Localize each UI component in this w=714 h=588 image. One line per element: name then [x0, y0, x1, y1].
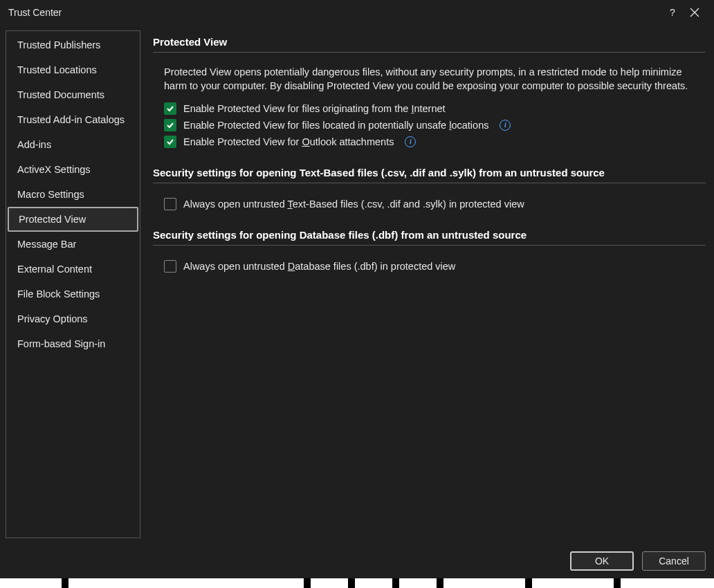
- cancel-button[interactable]: Cancel: [642, 551, 706, 571]
- info-icon[interactable]: i: [500, 120, 511, 131]
- content-panel: Protected View Protected View opens pote…: [153, 30, 708, 538]
- checkbox-row-text-based: Always open untrusted Text-Based files (…: [153, 196, 706, 212]
- window-title: Trust Center: [8, 7, 62, 18]
- checkbox-label-outlook[interactable]: Enable Protected View for Outlook attach…: [183, 136, 394, 147]
- sidebar-item-protected-view[interactable]: Protected View: [8, 207, 138, 232]
- checkbox-label-unsafe-locations[interactable]: Enable Protected View for files located …: [183, 120, 488, 131]
- sidebar-item-macro-settings[interactable]: Macro Settings: [6, 182, 140, 207]
- sidebar-item-trusted-locations[interactable]: Trusted Locations: [6, 57, 140, 82]
- help-button[interactable]: ?: [661, 1, 684, 24]
- sidebar-item-label: Macro Settings: [17, 189, 84, 200]
- titlebar: Trust Center ?: [0, 0, 714, 25]
- footer: OK Cancel: [0, 544, 714, 578]
- checkbox-enable-internet[interactable]: [164, 102, 176, 115]
- sidebar-item-label: File Block Settings: [17, 288, 100, 300]
- sidebar-item-label: Trusted Documents: [17, 89, 104, 100]
- sidebar: Trusted Publishers Trusted Locations Tru…: [6, 30, 140, 538]
- section-title-text-based: Security settings for opening Text-Based…: [153, 167, 706, 178]
- sidebar-item-trusted-addin-catalogs[interactable]: Trusted Add-in Catalogs: [6, 107, 140, 132]
- divider: [153, 183, 706, 183]
- divider: [153, 245, 706, 246]
- close-icon: [690, 8, 699, 17]
- sidebar-item-label: Form-based Sign-in: [17, 338, 105, 349]
- checkbox-row-internet: Enable Protected View for files originat…: [153, 100, 706, 117]
- check-icon: [166, 104, 174, 113]
- checkbox-enable-outlook[interactable]: [164, 136, 176, 148]
- checkbox-text-based[interactable]: [164, 198, 176, 210]
- sidebar-item-external-content[interactable]: External Content: [6, 257, 140, 282]
- sidebar-item-trusted-publishers[interactable]: Trusted Publishers: [6, 33, 140, 57]
- divider: [153, 52, 706, 53]
- checkbox-label-text-based[interactable]: Always open untrusted Text-Based files (…: [183, 199, 524, 210]
- sidebar-item-label: Protected View: [19, 214, 86, 225]
- sidebar-item-form-based-signin[interactable]: Form-based Sign-in: [6, 331, 140, 356]
- sidebar-item-label: Trusted Add-in Catalogs: [17, 114, 125, 125]
- info-icon[interactable]: i: [405, 136, 416, 147]
- checkbox-label-database[interactable]: Always open untrusted Database files (.d…: [183, 261, 455, 272]
- section-title-database: Security settings for opening Database f…: [153, 229, 706, 241]
- sidebar-item-file-block-settings[interactable]: File Block Settings: [6, 282, 140, 306]
- sidebar-item-label: ActiveX Settings: [17, 164, 91, 175]
- background-strip: [0, 578, 714, 588]
- checkbox-database[interactable]: [164, 260, 176, 273]
- section-title-protected-view: Protected View: [153, 36, 706, 48]
- checkbox-label-internet[interactable]: Enable Protected View for files originat…: [183, 103, 446, 114]
- close-button[interactable]: [684, 1, 706, 24]
- ok-button[interactable]: OK: [570, 551, 634, 571]
- sidebar-item-activex-settings[interactable]: ActiveX Settings: [6, 157, 140, 182]
- sidebar-item-trusted-documents[interactable]: Trusted Documents: [6, 82, 140, 107]
- sidebar-item-label: Add-ins: [17, 139, 51, 150]
- trust-center-window: Trust Center ? Trusted Publishers Truste…: [0, 0, 714, 588]
- checkbox-enable-unsafe-locations[interactable]: [164, 119, 176, 131]
- checkbox-row-database: Always open untrusted Database files (.d…: [153, 258, 706, 275]
- check-icon: [166, 138, 174, 146]
- sidebar-item-label: Trusted Locations: [17, 64, 97, 75]
- sidebar-item-addins[interactable]: Add-ins: [6, 132, 140, 157]
- protected-view-description: Protected View opens potentially dangero…: [153, 65, 706, 93]
- checkbox-row-outlook: Enable Protected View for Outlook attach…: [153, 134, 706, 150]
- sidebar-item-message-bar[interactable]: Message Bar: [6, 232, 140, 257]
- checkbox-row-unsafe-locations: Enable Protected View for files located …: [153, 117, 706, 134]
- check-icon: [166, 121, 174, 129]
- sidebar-item-label: Privacy Options: [17, 313, 88, 324]
- sidebar-item-privacy-options[interactable]: Privacy Options: [6, 306, 140, 331]
- sidebar-item-label: External Content: [17, 264, 92, 275]
- sidebar-item-label: Trusted Publishers: [17, 39, 100, 50]
- sidebar-item-label: Message Bar: [17, 239, 76, 250]
- dialog-body: Trusted Publishers Trusted Locations Tru…: [0, 25, 714, 544]
